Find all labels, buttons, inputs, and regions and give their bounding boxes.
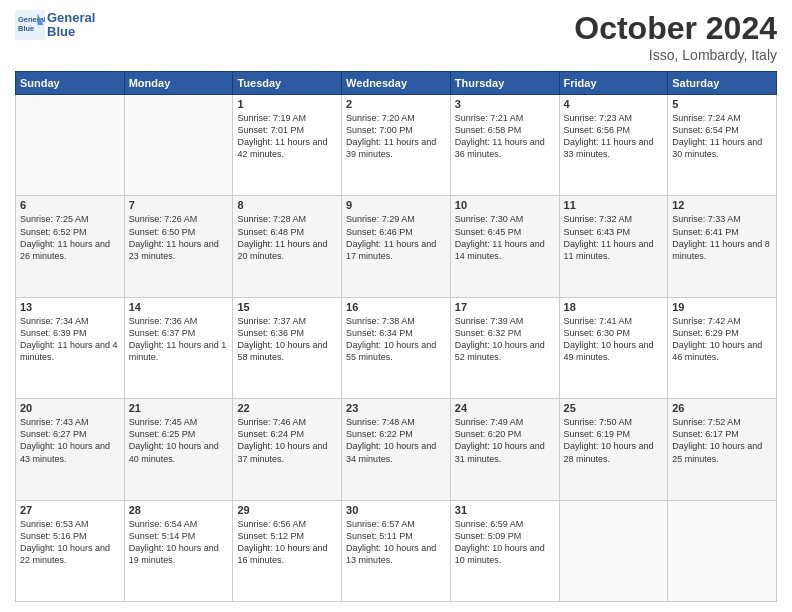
- logo-icon: General Blue: [15, 10, 45, 40]
- day-number: 14: [129, 301, 229, 313]
- calendar-table: SundayMondayTuesdayWednesdayThursdayFrid…: [15, 71, 777, 602]
- day-number: 2: [346, 98, 446, 110]
- calendar-cell: 18Sunrise: 7:41 AMSunset: 6:30 PMDayligh…: [559, 297, 668, 398]
- calendar-cell: 5Sunrise: 7:24 AMSunset: 6:54 PMDaylight…: [668, 95, 777, 196]
- calendar-cell: 25Sunrise: 7:50 AMSunset: 6:19 PMDayligh…: [559, 399, 668, 500]
- title-block: October 2024 Isso, Lombardy, Italy: [574, 10, 777, 63]
- calendar-cell: 28Sunrise: 6:54 AMSunset: 5:14 PMDayligh…: [124, 500, 233, 601]
- cell-info: Sunrise: 7:26 AMSunset: 6:50 PMDaylight:…: [129, 213, 229, 262]
- logo-text-line2: Blue: [47, 25, 95, 39]
- cell-info: Sunrise: 7:36 AMSunset: 6:37 PMDaylight:…: [129, 315, 229, 364]
- cell-info: Sunrise: 6:56 AMSunset: 5:12 PMDaylight:…: [237, 518, 337, 567]
- col-header-monday: Monday: [124, 72, 233, 95]
- calendar-cell: [16, 95, 125, 196]
- day-number: 13: [20, 301, 120, 313]
- cell-info: Sunrise: 7:50 AMSunset: 6:19 PMDaylight:…: [564, 416, 664, 465]
- cell-info: Sunrise: 7:39 AMSunset: 6:32 PMDaylight:…: [455, 315, 555, 364]
- calendar-week-row: 13Sunrise: 7:34 AMSunset: 6:39 PMDayligh…: [16, 297, 777, 398]
- calendar-cell: 14Sunrise: 7:36 AMSunset: 6:37 PMDayligh…: [124, 297, 233, 398]
- calendar-cell: 6Sunrise: 7:25 AMSunset: 6:52 PMDaylight…: [16, 196, 125, 297]
- calendar-cell: 24Sunrise: 7:49 AMSunset: 6:20 PMDayligh…: [450, 399, 559, 500]
- cell-info: Sunrise: 6:57 AMSunset: 5:11 PMDaylight:…: [346, 518, 446, 567]
- day-number: 18: [564, 301, 664, 313]
- header: General Blue General Blue October 2024 I…: [15, 10, 777, 63]
- col-header-friday: Friday: [559, 72, 668, 95]
- day-number: 27: [20, 504, 120, 516]
- calendar-week-row: 6Sunrise: 7:25 AMSunset: 6:52 PMDaylight…: [16, 196, 777, 297]
- calendar-cell: 12Sunrise: 7:33 AMSunset: 6:41 PMDayligh…: [668, 196, 777, 297]
- col-header-thursday: Thursday: [450, 72, 559, 95]
- cell-info: Sunrise: 7:24 AMSunset: 6:54 PMDaylight:…: [672, 112, 772, 161]
- cell-info: Sunrise: 7:46 AMSunset: 6:24 PMDaylight:…: [237, 416, 337, 465]
- day-number: 29: [237, 504, 337, 516]
- calendar-cell: 17Sunrise: 7:39 AMSunset: 6:32 PMDayligh…: [450, 297, 559, 398]
- location: Isso, Lombardy, Italy: [574, 47, 777, 63]
- calendar-cell: 23Sunrise: 7:48 AMSunset: 6:22 PMDayligh…: [342, 399, 451, 500]
- day-number: 17: [455, 301, 555, 313]
- calendar-cell: 22Sunrise: 7:46 AMSunset: 6:24 PMDayligh…: [233, 399, 342, 500]
- cell-info: Sunrise: 7:43 AMSunset: 6:27 PMDaylight:…: [20, 416, 120, 465]
- day-number: 25: [564, 402, 664, 414]
- calendar-cell: 3Sunrise: 7:21 AMSunset: 6:58 PMDaylight…: [450, 95, 559, 196]
- day-number: 1: [237, 98, 337, 110]
- calendar-cell: 20Sunrise: 7:43 AMSunset: 6:27 PMDayligh…: [16, 399, 125, 500]
- day-number: 15: [237, 301, 337, 313]
- calendar-cell: 16Sunrise: 7:38 AMSunset: 6:34 PMDayligh…: [342, 297, 451, 398]
- col-header-wednesday: Wednesday: [342, 72, 451, 95]
- day-number: 28: [129, 504, 229, 516]
- day-number: 23: [346, 402, 446, 414]
- logo-text-line1: General: [47, 11, 95, 25]
- cell-info: Sunrise: 7:48 AMSunset: 6:22 PMDaylight:…: [346, 416, 446, 465]
- header-row: SundayMondayTuesdayWednesdayThursdayFrid…: [16, 72, 777, 95]
- calendar-cell: 10Sunrise: 7:30 AMSunset: 6:45 PMDayligh…: [450, 196, 559, 297]
- col-header-saturday: Saturday: [668, 72, 777, 95]
- day-number: 3: [455, 98, 555, 110]
- calendar-cell: 31Sunrise: 6:59 AMSunset: 5:09 PMDayligh…: [450, 500, 559, 601]
- logo: General Blue General Blue: [15, 10, 95, 40]
- calendar-cell: 7Sunrise: 7:26 AMSunset: 6:50 PMDaylight…: [124, 196, 233, 297]
- cell-info: Sunrise: 7:45 AMSunset: 6:25 PMDaylight:…: [129, 416, 229, 465]
- cell-info: Sunrise: 7:38 AMSunset: 6:34 PMDaylight:…: [346, 315, 446, 364]
- day-number: 8: [237, 199, 337, 211]
- calendar-cell: 27Sunrise: 6:53 AMSunset: 5:16 PMDayligh…: [16, 500, 125, 601]
- calendar-cell: 8Sunrise: 7:28 AMSunset: 6:48 PMDaylight…: [233, 196, 342, 297]
- cell-info: Sunrise: 7:37 AMSunset: 6:36 PMDaylight:…: [237, 315, 337, 364]
- cell-info: Sunrise: 7:33 AMSunset: 6:41 PMDaylight:…: [672, 213, 772, 262]
- day-number: 5: [672, 98, 772, 110]
- cell-info: Sunrise: 7:21 AMSunset: 6:58 PMDaylight:…: [455, 112, 555, 161]
- day-number: 30: [346, 504, 446, 516]
- cell-info: Sunrise: 7:49 AMSunset: 6:20 PMDaylight:…: [455, 416, 555, 465]
- page: General Blue General Blue October 2024 I…: [0, 0, 792, 612]
- calendar-cell: [668, 500, 777, 601]
- day-number: 22: [237, 402, 337, 414]
- cell-info: Sunrise: 7:28 AMSunset: 6:48 PMDaylight:…: [237, 213, 337, 262]
- cell-info: Sunrise: 7:20 AMSunset: 7:00 PMDaylight:…: [346, 112, 446, 161]
- calendar-cell: 13Sunrise: 7:34 AMSunset: 6:39 PMDayligh…: [16, 297, 125, 398]
- day-number: 24: [455, 402, 555, 414]
- day-number: 19: [672, 301, 772, 313]
- col-header-tuesday: Tuesday: [233, 72, 342, 95]
- calendar-cell: 19Sunrise: 7:42 AMSunset: 6:29 PMDayligh…: [668, 297, 777, 398]
- calendar-cell: [559, 500, 668, 601]
- day-number: 16: [346, 301, 446, 313]
- calendar-week-row: 20Sunrise: 7:43 AMSunset: 6:27 PMDayligh…: [16, 399, 777, 500]
- calendar-cell: 9Sunrise: 7:29 AMSunset: 6:46 PMDaylight…: [342, 196, 451, 297]
- cell-info: Sunrise: 7:41 AMSunset: 6:30 PMDaylight:…: [564, 315, 664, 364]
- day-number: 4: [564, 98, 664, 110]
- calendar-cell: 30Sunrise: 6:57 AMSunset: 5:11 PMDayligh…: [342, 500, 451, 601]
- calendar-cell: 11Sunrise: 7:32 AMSunset: 6:43 PMDayligh…: [559, 196, 668, 297]
- calendar-week-row: 1Sunrise: 7:19 AMSunset: 7:01 PMDaylight…: [16, 95, 777, 196]
- calendar-cell: [124, 95, 233, 196]
- cell-info: Sunrise: 7:42 AMSunset: 6:29 PMDaylight:…: [672, 315, 772, 364]
- calendar-week-row: 27Sunrise: 6:53 AMSunset: 5:16 PMDayligh…: [16, 500, 777, 601]
- day-number: 20: [20, 402, 120, 414]
- day-number: 9: [346, 199, 446, 211]
- col-header-sunday: Sunday: [16, 72, 125, 95]
- calendar-cell: 26Sunrise: 7:52 AMSunset: 6:17 PMDayligh…: [668, 399, 777, 500]
- day-number: 11: [564, 199, 664, 211]
- cell-info: Sunrise: 7:19 AMSunset: 7:01 PMDaylight:…: [237, 112, 337, 161]
- cell-info: Sunrise: 7:52 AMSunset: 6:17 PMDaylight:…: [672, 416, 772, 465]
- cell-info: Sunrise: 6:59 AMSunset: 5:09 PMDaylight:…: [455, 518, 555, 567]
- day-number: 10: [455, 199, 555, 211]
- calendar-cell: 15Sunrise: 7:37 AMSunset: 6:36 PMDayligh…: [233, 297, 342, 398]
